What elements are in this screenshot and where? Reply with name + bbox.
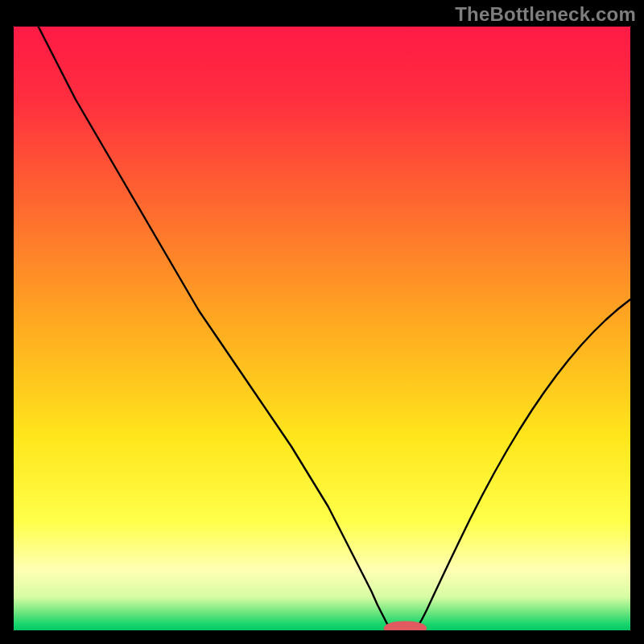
bottleneck-chart (14, 27, 630, 630)
plot-area (14, 27, 630, 630)
gradient-bg (14, 27, 630, 630)
chart-frame: TheBottleneck.com (0, 0, 644, 644)
watermark-text: TheBottleneck.com (455, 3, 636, 26)
